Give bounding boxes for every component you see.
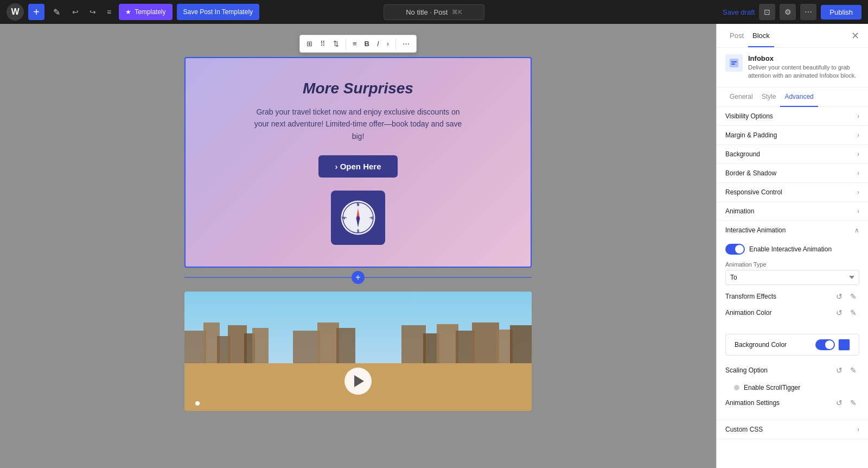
animation-type-select[interactable]: To From FromTo: [725, 270, 859, 285]
add-block-line-right: [365, 277, 532, 278]
infobox-text: Grab your travel ticket now and enjoy ex…: [250, 106, 467, 142]
infobox-block-icon: [729, 58, 739, 68]
tools-button[interactable]: ✎: [49, 4, 65, 20]
scaling-edit-button[interactable]: ✎: [847, 364, 859, 376]
save-templately-button[interactable]: Save Post In Templately: [177, 4, 260, 20]
animation-chevron: ›: [857, 207, 859, 215]
list-view-button[interactable]: ≡: [104, 4, 114, 20]
svg-rect-13: [184, 331, 206, 363]
visibility-label: Visibility Options: [725, 112, 857, 120]
scrolltrigger-label: Enable ScrollTigger: [744, 384, 800, 391]
animation-section[interactable]: Animation ›: [717, 202, 868, 221]
custom-css-label: Custom CSS: [725, 426, 857, 433]
templately-label: Templately: [135, 8, 165, 16]
arrows-tool-button[interactable]: ⇅: [330, 37, 342, 50]
add-block-button[interactable]: +: [28, 4, 44, 20]
italic-button[interactable]: I: [374, 37, 382, 50]
svg-rect-16: [228, 325, 247, 363]
scaling-reset-button[interactable]: ↺: [833, 364, 845, 376]
select-tool-button[interactable]: ⊞: [303, 37, 316, 50]
panel-header: Post Block ✕: [717, 24, 868, 48]
block-info-row: Infobox Deliver your content beautifully…: [717, 48, 868, 87]
scrolltrigger-row: Enable ScrollTigger: [725, 381, 859, 395]
buildings-svg: [184, 320, 532, 363]
sub-tab-style[interactable]: Style: [757, 87, 781, 107]
margin-padding-section[interactable]: Margin & Padding ›: [717, 126, 868, 145]
animation-settings-label: Animation Settings: [725, 399, 833, 407]
panel-close-button[interactable]: ✕: [851, 30, 859, 42]
background-section[interactable]: Background ›: [717, 145, 868, 164]
visibility-options-section[interactable]: Visibility Options ›: [717, 107, 868, 126]
topbar: W + ✎ ↩ ↪ ≡ ★ Templately Save Post In Te…: [0, 0, 868, 24]
animation-color-reset-button[interactable]: ↺: [833, 307, 845, 319]
animation-color-edit-button[interactable]: ✎: [847, 307, 859, 319]
templately-button[interactable]: ★ Templately: [119, 4, 172, 20]
custom-css-section[interactable]: Custom CSS ›: [717, 420, 868, 439]
block-toolbar: ⊞ ⠿ ⇅ ≡ B I › ⋯: [299, 35, 417, 53]
align-button[interactable]: ≡: [349, 37, 360, 50]
grid-tool-button[interactable]: ⠿: [317, 37, 329, 50]
block-options-button[interactable]: ⋯: [399, 37, 413, 50]
add-block-row: +: [184, 271, 532, 284]
undo-button[interactable]: ↩: [69, 4, 82, 20]
svg-rect-25: [456, 331, 475, 363]
background-label: Background: [725, 150, 857, 158]
margin-chevron: ›: [857, 131, 859, 139]
more-formats-button[interactable]: ›: [384, 37, 392, 50]
redo-button[interactable]: ↪: [86, 4, 99, 20]
svg-rect-18: [252, 328, 269, 363]
responsive-section[interactable]: Responsive Control ›: [717, 183, 868, 202]
block-info-icon: [725, 54, 743, 72]
transform-effects-icons: ↺ ✎: [833, 290, 859, 302]
animation-settings-edit-button[interactable]: ✎: [847, 397, 859, 409]
post-title-bar[interactable]: No title · Post ⌘K: [384, 4, 484, 20]
tab-post[interactable]: Post: [725, 25, 748, 47]
bold-button[interactable]: B: [361, 37, 373, 50]
custom-css-chevron: ›: [857, 426, 859, 433]
ia-section-label: Interactive Animation: [725, 226, 854, 234]
enable-ia-toggle[interactable]: [725, 244, 745, 255]
settings-sidebar-button[interactable]: ⚙: [780, 4, 796, 20]
view-button[interactable]: ⊡: [759, 4, 775, 20]
svg-rect-31: [731, 64, 735, 65]
toolbar-divider-1: [346, 39, 346, 49]
animation-type-row: Animation Type To From FromTo: [725, 261, 859, 285]
animation-settings-icons: ↺ ✎: [833, 397, 859, 409]
add-block-button-inline[interactable]: +: [352, 271, 365, 284]
svg-rect-24: [437, 324, 458, 363]
svg-rect-30: [731, 61, 737, 62]
animation-color-row: Animation Color ↺ ✎: [725, 307, 859, 319]
tab-block[interactable]: Block: [748, 25, 774, 47]
animation-settings-reset-button[interactable]: ↺: [833, 397, 845, 409]
background-color-swatch[interactable]: [838, 339, 850, 351]
animation-color-icons: ↺ ✎: [833, 307, 859, 319]
block-info-text: Infobox Deliver your content beautifully…: [748, 54, 859, 80]
publish-button[interactable]: Publish: [821, 5, 861, 20]
post-title: No title · Post: [406, 8, 448, 16]
svg-rect-28: [510, 325, 532, 363]
responsive-chevron: ›: [857, 188, 859, 196]
margin-label: Margin & Padding: [725, 131, 857, 139]
sub-tab-general[interactable]: General: [725, 87, 757, 107]
infobox-block[interactable]: More Surprises Grab your travel ticket n…: [184, 57, 532, 268]
transform-reset-button[interactable]: ↺: [833, 290, 845, 302]
transform-edit-button[interactable]: ✎: [847, 290, 859, 302]
background-color-row: Background Color: [725, 334, 859, 356]
svg-rect-22: [401, 325, 426, 363]
svg-rect-21: [336, 328, 355, 363]
svg-rect-29: [730, 59, 738, 67]
infobox-open-button[interactable]: › Open Here: [318, 155, 397, 178]
tools-icon-button[interactable]: ⋯: [800, 4, 816, 20]
background-color-toggle[interactable]: [815, 339, 835, 350]
toolbar-divider-2: [395, 39, 396, 49]
video-play-button[interactable]: [344, 368, 372, 395]
keyboard-shortcut: ⌘K: [452, 9, 462, 16]
border-shadow-section[interactable]: Border & Shadow ›: [717, 164, 868, 183]
background-color-label: Background Color: [735, 341, 815, 349]
ia-section-header[interactable]: Interactive Animation ∧: [717, 221, 868, 239]
video-block[interactable]: [184, 292, 532, 411]
wp-logo: W: [7, 3, 24, 21]
save-draft-button[interactable]: Save draft: [723, 8, 755, 16]
background-chevron: ›: [857, 150, 859, 158]
sub-tab-advanced[interactable]: Advanced: [780, 87, 818, 107]
